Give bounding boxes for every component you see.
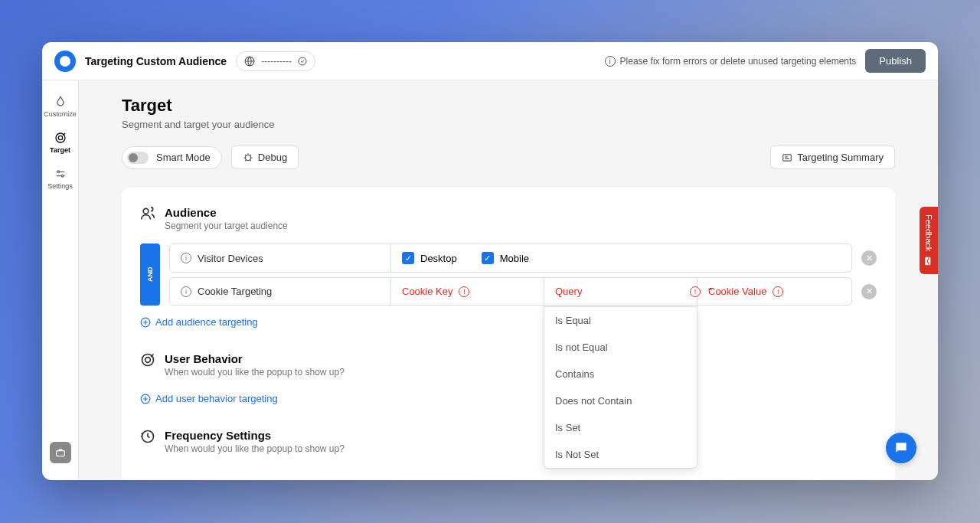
error-icon: ! xyxy=(690,286,701,297)
toggle-icon xyxy=(127,152,149,164)
audience-subtitle: Segment your target audience xyxy=(165,221,288,231)
rule-label-cell: i Visitor Devices xyxy=(169,244,391,273)
error-icon: ! xyxy=(773,286,783,297)
info-icon: i xyxy=(605,56,616,67)
bug-icon xyxy=(243,152,253,163)
sidebar-item-target[interactable]: Target xyxy=(42,126,78,160)
info-icon: i xyxy=(181,286,191,297)
debug-button[interactable]: Debug xyxy=(231,145,299,169)
campaign-status-pill[interactable]: ---------- xyxy=(236,51,315,71)
topbar: Targeting Custom Audience ---------- i P… xyxy=(42,42,938,80)
feedback-tab[interactable]: Feedback xyxy=(920,207,938,274)
query-dropdown-cell[interactable]: ! ⌃ Is Equal Is not Equal Contains Does … xyxy=(544,277,697,306)
cookie-value-cell[interactable]: Cookie Value ! xyxy=(697,277,852,306)
plus-circle-icon xyxy=(140,394,151,404)
inbox-icon xyxy=(923,256,934,266)
query-dropdown: Is Equal Is not Equal Contains Does not … xyxy=(544,306,697,469)
logo-icon xyxy=(54,51,76,72)
dropdown-option[interactable]: Is not Equal xyxy=(544,334,697,361)
controls-row: Smart Mode Debug Targeting Summary xyxy=(122,145,895,169)
svg-rect-13 xyxy=(925,257,930,266)
globe-icon xyxy=(244,56,255,67)
page-subtitle: Segment and target your audience xyxy=(122,119,895,130)
svg-rect-7 xyxy=(783,154,792,160)
query-input[interactable] xyxy=(555,286,684,297)
remove-rule-button[interactable]: ✕ xyxy=(861,250,877,266)
svg-point-4 xyxy=(57,171,60,173)
sliders-icon xyxy=(54,168,67,180)
chat-icon xyxy=(893,440,909,456)
sidebar-item-customize[interactable]: Customize xyxy=(42,90,78,124)
behavior-section: User Behavior When would you like the po… xyxy=(140,352,877,407)
behavior-subtitle: When would you like the popup to show up… xyxy=(165,367,345,378)
frequency-section: Frequency Settings When would you like t… xyxy=(140,429,877,454)
dropdown-option[interactable]: Is Not Set xyxy=(544,441,697,468)
svg-rect-14 xyxy=(57,451,65,456)
add-behavior-link[interactable]: Add user behavior targeting xyxy=(140,390,877,407)
chat-fab[interactable] xyxy=(886,433,916,463)
rule-block: AND i Visitor Devices ✓ Desktop xyxy=(140,244,877,306)
rule-visitor-devices: i Visitor Devices ✓ Desktop ✓ Mobile xyxy=(169,244,877,273)
page-name: Targeting Custom Audience xyxy=(85,55,227,67)
error-icon: ! xyxy=(459,286,469,297)
cookie-key-cell[interactable]: Cookie Key ! xyxy=(391,277,544,306)
dropdown-option[interactable]: Does not Contain xyxy=(544,387,697,414)
remove-rule-button[interactable]: ✕ xyxy=(861,284,877,299)
targeting-summary-button[interactable]: Targeting Summary xyxy=(770,145,895,169)
info-icon: i xyxy=(181,253,191,263)
dropdown-option[interactable]: Is Set xyxy=(544,414,697,441)
briefcase-button[interactable] xyxy=(50,442,71,463)
briefcase-icon xyxy=(55,447,66,458)
app-window: Targeting Custom Audience ---------- i P… xyxy=(42,42,938,480)
audience-icon xyxy=(140,206,155,221)
target-icon xyxy=(54,132,67,144)
checkbox-desktop[interactable]: ✓ xyxy=(402,252,414,264)
chevron-up-icon: ⌃ xyxy=(707,286,714,296)
svg-point-11 xyxy=(145,358,151,363)
sidebar: Customize Target Settings xyxy=(42,80,79,480)
rule-value-cell: ✓ Desktop ✓ Mobile xyxy=(391,244,852,273)
and-badge: AND xyxy=(140,244,160,306)
targeting-card: Audience Segment your target audience AN… xyxy=(122,188,895,480)
audience-title: Audience xyxy=(165,206,288,219)
publish-button[interactable]: Publish xyxy=(865,49,926,73)
svg-point-3 xyxy=(58,136,62,139)
plus-circle-icon xyxy=(140,317,151,328)
audience-section: Audience Segment your target audience AN… xyxy=(140,206,877,331)
smart-mode-toggle[interactable]: Smart Mode xyxy=(122,146,222,169)
history-icon xyxy=(140,429,155,444)
droplet-icon xyxy=(54,96,67,108)
summary-icon xyxy=(782,152,792,163)
rule-cookie-targeting: i Cookie Targeting Cookie Key ! ! xyxy=(169,277,877,306)
body: Customize Target Settings Target Segment… xyxy=(42,80,938,480)
check-circle-icon xyxy=(298,57,307,66)
main-content: Target Segment and target your audience … xyxy=(79,80,938,480)
frequency-title: Frequency Settings xyxy=(165,429,345,442)
svg-point-1 xyxy=(299,57,306,65)
svg-point-8 xyxy=(143,208,149,214)
dropdown-option[interactable]: Contains xyxy=(544,361,697,387)
page-title: Target xyxy=(122,96,895,116)
form-error-message: i Please fix form errors or delete unuse… xyxy=(605,56,857,67)
rule-label-cell: i Cookie Targeting xyxy=(169,277,391,306)
svg-point-5 xyxy=(61,175,64,177)
behavior-title: User Behavior xyxy=(165,352,345,365)
checkbox-mobile[interactable]: ✓ xyxy=(482,252,494,264)
add-audience-link[interactable]: Add audience targeting xyxy=(140,313,877,331)
cursor-icon xyxy=(140,352,155,368)
frequency-subtitle: When would you like the popup to show up… xyxy=(165,443,345,454)
sidebar-item-settings[interactable]: Settings xyxy=(42,162,78,196)
dropdown-option[interactable]: Is Equal xyxy=(544,307,697,334)
